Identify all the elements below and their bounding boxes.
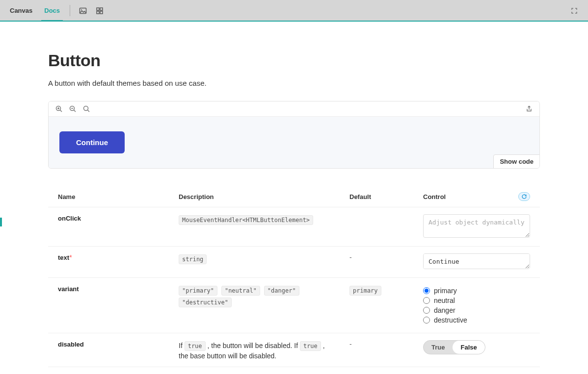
variant-opt-1: "neutral" xyxy=(221,286,260,296)
zoom-reset-icon[interactable] xyxy=(83,105,90,112)
props-table: Name Description Default Control xyxy=(48,186,540,367)
preview-toolbar xyxy=(49,101,539,117)
side-accent xyxy=(0,218,2,226)
type-onclick: MouseEventHandler<HTMLButtonElement> xyxy=(179,215,313,225)
zoom-out-icon[interactable] xyxy=(69,105,76,112)
svg-rect-3 xyxy=(100,8,103,10)
default-disabled: - xyxy=(349,340,352,348)
prop-name-disabled: disabled xyxy=(58,341,84,348)
toolbar-divider xyxy=(70,5,70,16)
toggle-false[interactable]: False xyxy=(453,341,484,354)
preview-card: Continue Show code xyxy=(48,101,540,169)
svg-point-8 xyxy=(84,106,88,111)
share-icon[interactable] xyxy=(526,105,533,112)
image-icon[interactable] xyxy=(77,5,89,17)
row-onclick: onClick MouseEventHandler<HTMLButtonElem… xyxy=(48,207,540,247)
radio-danger[interactable]: danger xyxy=(423,306,530,314)
page-subtitle: A button with default themes based on us… xyxy=(48,79,540,87)
tab-canvas[interactable]: Canvas xyxy=(4,0,38,21)
prop-name-onclick: onClick xyxy=(58,215,81,222)
row-variant: variant "primary" "neutral" "danger" "de… xyxy=(48,278,540,333)
default-text: - xyxy=(349,253,352,261)
tab-docs[interactable]: Docs xyxy=(38,0,66,21)
row-disabled: disabled If true, the button will be dis… xyxy=(48,333,540,367)
required-asterisk: * xyxy=(69,253,72,261)
col-control: Control xyxy=(413,186,508,207)
svg-rect-5 xyxy=(100,11,103,14)
prop-name-text: text xyxy=(58,254,69,261)
top-toolbar: Canvas Docs xyxy=(0,0,588,22)
svg-point-1 xyxy=(81,9,82,10)
grid-icon[interactable] xyxy=(94,5,106,17)
zoom-in-icon[interactable] xyxy=(55,105,62,112)
type-text: string xyxy=(179,254,207,264)
demo-continue-button[interactable]: Continue xyxy=(59,131,125,153)
variant-opt-3: "destructive" xyxy=(179,298,232,307)
default-variant: primary xyxy=(349,286,381,296)
fullscreen-icon[interactable] xyxy=(568,5,580,17)
row-text: text* string - xyxy=(48,247,540,278)
radio-destructive[interactable]: destructive xyxy=(423,316,530,324)
variant-opt-2: "danger" xyxy=(264,286,299,296)
desc-disabled: If true, the button will be disabled. If… xyxy=(169,333,340,367)
reset-controls-button[interactable] xyxy=(518,192,530,201)
toggle-true[interactable]: True xyxy=(424,341,453,354)
col-default: Default xyxy=(340,186,413,207)
col-description: Description xyxy=(169,186,340,207)
prop-name-variant: variant xyxy=(58,285,79,293)
show-code-button[interactable]: Show code xyxy=(493,154,540,169)
variant-opt-0: "primary" xyxy=(179,286,217,296)
svg-rect-4 xyxy=(97,11,99,14)
radio-neutral[interactable]: neutral xyxy=(423,297,530,304)
col-name: Name xyxy=(48,186,169,207)
control-onclick-textarea[interactable] xyxy=(423,214,530,238)
page-title: Button xyxy=(48,51,540,70)
svg-rect-2 xyxy=(97,8,99,10)
radio-primary[interactable]: primary xyxy=(423,287,530,295)
svg-rect-0 xyxy=(80,8,86,13)
control-text-textarea[interactable] xyxy=(423,253,530,269)
toggle-disabled[interactable]: True False xyxy=(423,340,485,354)
preview-body: Continue Show code xyxy=(49,117,539,168)
